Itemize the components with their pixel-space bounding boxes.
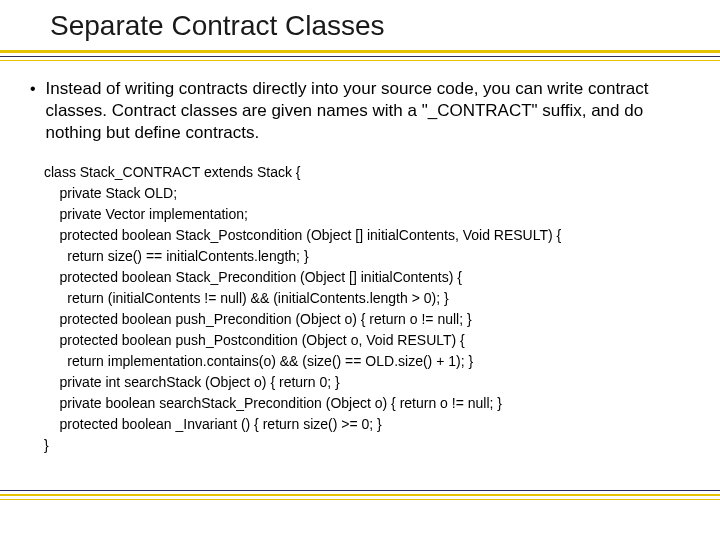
bullet-item: • Instead of writing contracts directly … (30, 78, 690, 144)
slide-title: Separate Contract Classes (50, 10, 720, 42)
bottom-underline (0, 490, 720, 504)
title-underline (0, 50, 720, 68)
decor-line (0, 499, 720, 500)
bullet-icon: • (30, 78, 36, 100)
slide-body: • Instead of writing contracts directly … (30, 78, 690, 456)
decor-line (0, 50, 720, 53)
slide: Separate Contract Classes • Instead of w… (0, 0, 720, 540)
code-block: class Stack_CONTRACT extends Stack { pri… (44, 162, 690, 456)
decor-line (0, 56, 720, 57)
bullet-text: Instead of writing contracts directly in… (46, 78, 690, 144)
decor-line (0, 494, 720, 496)
decor-line (0, 490, 720, 491)
title-area: Separate Contract Classes (0, 0, 720, 42)
decor-line (0, 60, 720, 61)
